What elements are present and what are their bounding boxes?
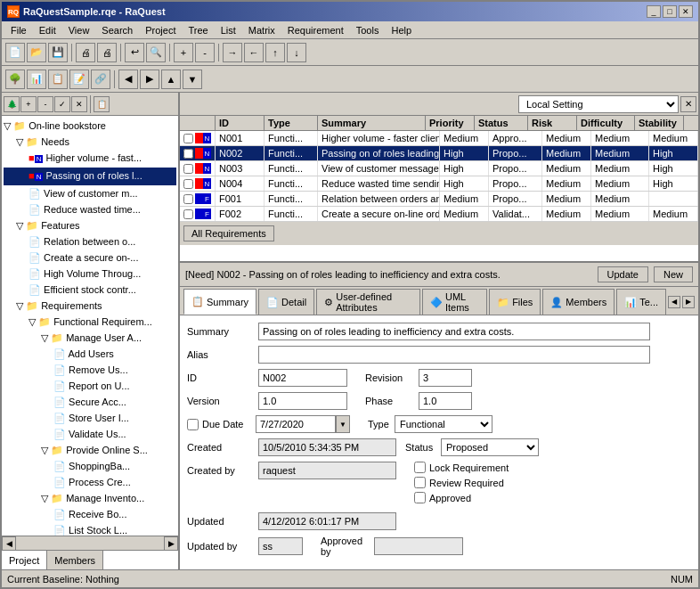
approved-checkbox[interactable] — [414, 492, 426, 503]
tree-report-on[interactable]: 📄 Report on U... — [4, 378, 176, 394]
menu-tree[interactable]: Tree — [183, 24, 213, 37]
tb-print2[interactable]: 🖨 — [97, 43, 117, 62]
all-requirements-button[interactable]: All Requirements — [183, 225, 274, 241]
tab-user-defined[interactable]: ⚙ User-defined Attributes — [316, 289, 420, 315]
type-select[interactable]: Functional Non-Functional Business — [395, 415, 492, 433]
due-date-picker-btn[interactable]: ▼ — [336, 415, 350, 433]
tb-move2[interactable]: ▶ — [140, 70, 159, 89]
tree-needs[interactable]: ▽ 📁 Needs — [4, 134, 176, 150]
menu-edit[interactable]: Edit — [34, 24, 61, 37]
tb-open[interactable]: 📂 — [27, 43, 46, 62]
tb-add[interactable]: + — [174, 43, 193, 62]
review-required-checkbox[interactable] — [414, 477, 426, 488]
tree-tb-6[interactable]: 📋 — [94, 96, 110, 112]
tb-search[interactable]: 🔍 — [146, 43, 166, 62]
tree-high-volume[interactable]: 📄 High Volume Throug... — [4, 266, 176, 282]
tb-tree5[interactable]: 🔗 — [91, 70, 110, 89]
tree-tb-5[interactable]: ✕ — [71, 96, 87, 112]
tree-efficient-stock[interactable]: 📄 Efficient stock contr... — [4, 282, 176, 298]
tab-members[interactable]: Members — [47, 551, 103, 569]
tree-area[interactable]: ▽ 📁 On-line bookstore ▽ 📁 Needs ■N Highe… — [2, 116, 178, 536]
grid-row-n002[interactable]: N N002 Functi... Passing on of roles lea… — [180, 146, 698, 161]
tree-tb-4[interactable]: ✓ — [54, 96, 70, 112]
menu-view[interactable]: View — [63, 24, 95, 37]
tb-new[interactable]: 📄 — [5, 43, 25, 62]
due-date-checkbox[interactable] — [187, 419, 199, 430]
due-date-input[interactable] — [256, 415, 336, 433]
tree-tb-1[interactable]: 🌲 — [4, 96, 20, 112]
tb-save[interactable]: 💾 — [48, 43, 68, 62]
local-setting-select[interactable]: Local Setting — [518, 95, 679, 113]
tb-arrow[interactable]: → — [223, 43, 242, 62]
close-button[interactable]: ✕ — [679, 5, 693, 18]
menu-list[interactable]: List — [216, 24, 241, 37]
update-button[interactable]: Update — [598, 266, 648, 282]
id-input[interactable] — [258, 369, 347, 387]
tree-higher-volume[interactable]: ■N Higher volume - fast... — [4, 150, 176, 168]
tb-tree1[interactable]: 🌳 — [5, 70, 25, 89]
menu-file[interactable]: File — [5, 24, 32, 37]
tab-members[interactable]: 👤 Members — [542, 289, 615, 315]
col-risk[interactable]: Risk — [528, 116, 577, 130]
tree-add-users[interactable]: 📄 Add Users — [4, 346, 176, 362]
tb-print[interactable]: 🖨 — [76, 43, 95, 62]
tree-passing-roles[interactable]: ■N Passing on of roles l... — [4, 168, 176, 185]
version-input[interactable] — [258, 392, 347, 410]
tb-move4[interactable]: ▼ — [183, 70, 202, 89]
tree-relation-between[interactable]: 📄 Relation between o... — [4, 233, 176, 250]
summary-input[interactable] — [258, 323, 650, 340]
tree-tb-3[interactable]: - — [37, 96, 53, 112]
col-difficulty[interactable]: Difficulty — [577, 116, 635, 130]
cell-check-f001[interactable]: F — [180, 192, 216, 206]
cell-check-n004[interactable]: N — [180, 176, 216, 191]
alias-input[interactable] — [258, 346, 650, 364]
tab-detail[interactable]: 📄 Detail — [258, 289, 314, 315]
checkbox-n001[interactable] — [183, 134, 193, 143]
tb-move1[interactable]: ◀ — [118, 70, 138, 89]
scroll-tabs-right[interactable]: ▶ — [682, 296, 695, 308]
cell-check-f002[interactable]: F — [180, 207, 216, 221]
tab-project[interactable]: Project — [2, 551, 47, 569]
menu-search[interactable]: Search — [96, 24, 138, 37]
minimize-button[interactable]: _ — [647, 5, 661, 18]
col-stability[interactable]: Stability — [635, 116, 684, 130]
tree-validate[interactable]: 📄 Validate Us... — [4, 426, 176, 442]
tb-tree2[interactable]: 📊 — [27, 70, 46, 89]
tb-tree4[interactable]: 📝 — [69, 70, 89, 89]
tb-arrow2[interactable]: ← — [244, 43, 264, 62]
cell-check-n003[interactable]: N — [180, 161, 216, 176]
tree-requirements[interactable]: ▽ 📁 Requirements — [4, 298, 176, 314]
col-id[interactable]: ID — [216, 116, 265, 130]
col-summary[interactable]: Summary — [318, 116, 426, 130]
revision-input[interactable] — [419, 369, 472, 387]
grid-row-n001[interactable]: N N001 Functi... Higher volume - faster … — [180, 131, 698, 146]
phase-input[interactable] — [419, 392, 472, 410]
tree-provide-online[interactable]: ▽ 📁 Provide Online S... — [4, 442, 176, 458]
grid-row-f001[interactable]: F F001 Functi... Relation between orders… — [180, 192, 698, 207]
lock-req-checkbox[interactable] — [414, 462, 426, 473]
menu-tools[interactable]: Tools — [351, 24, 385, 37]
checkbox-n002[interactable] — [183, 149, 193, 159]
menu-help[interactable]: Help — [386, 24, 417, 37]
tree-remove-us[interactable]: 📄 Remove Us... — [4, 362, 176, 378]
cell-check-n001[interactable]: N — [180, 131, 216, 145]
close-grid-btn[interactable]: ✕ — [680, 96, 696, 112]
col-status[interactable]: Status — [475, 116, 528, 130]
scroll-right-btn[interactable]: ▶ — [164, 536, 178, 551]
menu-requirement[interactable]: Requirement — [282, 24, 349, 37]
tb-move3[interactable]: ▲ — [161, 70, 181, 89]
tree-list-stock[interactable]: 📄 List Stock L... — [4, 522, 176, 536]
tree-view-customer[interactable]: 📄 View of customer m... — [4, 185, 176, 201]
tab-uml[interactable]: 🔷 UML Items — [422, 289, 487, 315]
grid-row-n004[interactable]: N N004 Functi... Reduce wasted time send… — [180, 176, 698, 192]
tree-receive-bo[interactable]: 📄 Receive Bo... — [4, 506, 176, 522]
status-select[interactable]: Proposed Approved Validated — [441, 438, 539, 456]
checkbox-f002[interactable] — [183, 209, 193, 219]
tree-root-node[interactable]: ▽ 📁 On-line bookstore — [4, 118, 176, 134]
tb-tree3[interactable]: 📋 — [48, 70, 68, 89]
tree-functional-req[interactable]: ▽ 📁 Functional Requirem... — [4, 314, 176, 330]
menu-project[interactable]: Project — [140, 24, 181, 37]
tree-process-cre[interactable]: 📄 Process Cre... — [4, 474, 176, 490]
tree-manage-user[interactable]: ▽ 📁 Manage User A... — [4, 330, 176, 346]
tree-shoppingba[interactable]: 📄 ShoppingBa... — [4, 458, 176, 474]
